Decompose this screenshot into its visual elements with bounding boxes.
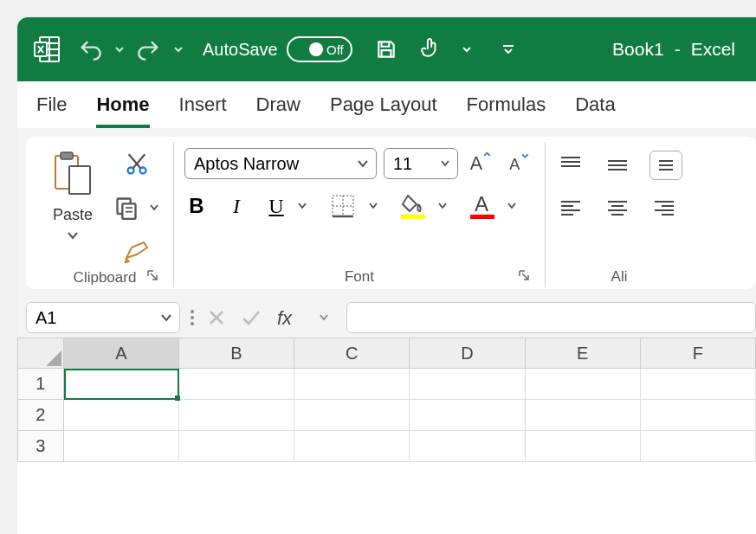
name-box-value: A1 — [36, 308, 56, 328]
fx-dropdown[interactable] — [315, 310, 333, 325]
redo-button[interactable] — [133, 34, 165, 65]
tab-page-layout[interactable]: Page Layout — [330, 93, 437, 128]
title-bar: AutoSave Off Book1 - Excel — [17, 17, 756, 81]
cell[interactable] — [179, 431, 294, 462]
svg-rect-24 — [401, 215, 425, 219]
cancel-formula-button[interactable] — [204, 306, 229, 330]
increase-font-button[interactable]: A — [465, 147, 496, 180]
underline-dropdown[interactable] — [294, 198, 311, 214]
cell[interactable] — [641, 431, 756, 462]
font-size-select[interactable]: 11 — [384, 148, 458, 179]
column-header[interactable]: B — [179, 338, 294, 369]
tab-insert[interactable]: Insert — [179, 93, 227, 128]
column-header[interactable]: C — [294, 338, 410, 369]
column-header[interactable]: E — [526, 338, 641, 369]
name-box[interactable]: A1 — [26, 302, 180, 333]
row-header[interactable]: 2 — [17, 400, 64, 431]
ribbon: Paste — [26, 137, 756, 289]
svg-text:A: A — [475, 192, 488, 216]
font-color-dropdown[interactable] — [503, 198, 520, 214]
touch-mode-button[interactable] — [415, 35, 444, 64]
svg-rect-9 — [69, 166, 90, 194]
alignment-group: Ali — [546, 142, 686, 287]
decrease-font-button[interactable]: A — [503, 147, 534, 180]
merge-cells-button[interactable] — [649, 151, 682, 180]
enter-formula-button[interactable] — [237, 306, 265, 330]
row-header[interactable]: 3 — [17, 431, 64, 462]
bold-button[interactable]: B — [184, 190, 209, 222]
font-launcher[interactable] — [514, 265, 534, 286]
tab-draw[interactable]: Draw — [256, 93, 300, 128]
cell-a1[interactable] — [64, 369, 179, 400]
undo-button[interactable] — [74, 34, 106, 65]
underline-button[interactable]: U — [264, 190, 288, 222]
align-top-button[interactable] — [556, 151, 585, 180]
cell[interactable] — [64, 400, 179, 431]
chevron-down-icon — [357, 159, 369, 168]
borders-button[interactable] — [326, 190, 359, 222]
autosave-label: AutoSave — [203, 40, 278, 60]
svg-text:A: A — [509, 156, 520, 173]
title-separator: - — [675, 39, 681, 60]
cell[interactable] — [294, 431, 410, 462]
borders-dropdown[interactable] — [365, 198, 382, 214]
font-size-value: 11 — [393, 154, 412, 174]
font-color-button[interactable]: A — [467, 189, 498, 223]
cell[interactable] — [641, 369, 756, 400]
cell[interactable] — [410, 400, 525, 431]
undo-dropdown[interactable] — [111, 41, 128, 58]
touch-mode-dropdown[interactable] — [458, 41, 475, 58]
fill-color-button[interactable] — [397, 189, 429, 223]
cell[interactable] — [526, 400, 641, 431]
svg-point-48 — [191, 310, 194, 313]
align-center-button[interactable] — [603, 196, 632, 222]
copy-dropdown[interactable] — [145, 200, 163, 216]
clipboard-group-label: Clipboard — [74, 269, 137, 286]
formula-bar-input[interactable] — [346, 302, 756, 333]
font-name-select[interactable]: Aptos Narrow — [184, 148, 377, 179]
redo-dropdown[interactable] — [170, 41, 187, 58]
column-header[interactable]: A — [64, 338, 179, 369]
copy-button[interactable] — [111, 192, 142, 223]
row-header[interactable]: 1 — [17, 369, 64, 400]
save-button[interactable] — [372, 35, 401, 64]
tab-data[interactable]: Data — [575, 93, 615, 128]
align-left-button[interactable] — [556, 196, 585, 222]
tab-file[interactable]: File — [36, 93, 67, 128]
select-all-button[interactable] — [17, 338, 64, 369]
paste-button[interactable] — [47, 147, 99, 203]
chevron-down-icon — [160, 313, 172, 322]
excel-logo-icon — [33, 35, 61, 63]
cell[interactable] — [526, 369, 641, 400]
cell[interactable] — [526, 431, 641, 462]
font-group: Aptos Narrow 11 A — [174, 142, 546, 287]
autosave-toggle[interactable]: Off — [287, 36, 352, 62]
ribbon-tabs: File Home Insert Draw Page Layout Formul… — [17, 81, 756, 128]
cell[interactable] — [179, 369, 294, 400]
cut-button[interactable] — [111, 149, 163, 180]
tab-formulas[interactable]: Formulas — [467, 93, 546, 128]
column-header[interactable]: D — [410, 338, 525, 369]
cell[interactable] — [641, 400, 756, 431]
cell[interactable] — [410, 431, 525, 462]
clipboard-launcher[interactable] — [142, 265, 163, 286]
italic-button[interactable]: I — [224, 190, 249, 222]
cell[interactable] — [410, 369, 525, 400]
fill-color-dropdown[interactable] — [434, 198, 451, 214]
align-right-button[interactable] — [649, 196, 679, 222]
paste-label: Paste — [53, 206, 93, 224]
cell[interactable] — [64, 431, 179, 462]
svg-rect-26 — [470, 215, 494, 219]
align-middle-button[interactable] — [603, 151, 632, 180]
qat-customize-dropdown[interactable] — [498, 39, 519, 60]
svg-rect-8 — [61, 152, 73, 159]
column-header[interactable]: F — [641, 338, 756, 369]
cell[interactable] — [179, 400, 294, 431]
tab-home[interactable]: Home — [96, 93, 149, 128]
insert-function-button[interactable]: fx — [274, 304, 307, 331]
cell[interactable] — [294, 369, 410, 400]
cell[interactable] — [294, 400, 410, 431]
format-painter-button[interactable] — [111, 235, 163, 268]
paste-dropdown[interactable] — [63, 228, 82, 243]
svg-point-50 — [191, 322, 194, 325]
